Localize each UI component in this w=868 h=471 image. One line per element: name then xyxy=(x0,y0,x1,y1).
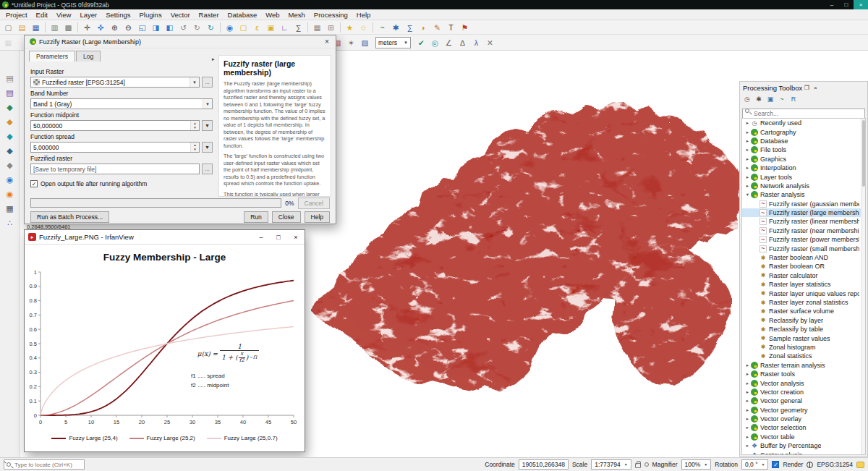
processing-toolbox-icon[interactable]: ✱ xyxy=(390,22,402,33)
pointcloud-layer-icon[interactable]: ∴ xyxy=(4,217,17,229)
toolbox-item-fuzzify-raster-power-membership[interactable]: ~Fuzzify raster (power membership) xyxy=(742,235,865,244)
toolbox-item-raster-boolean-or[interactable]: ✱Raster boolean OR xyxy=(742,262,865,271)
toolbox-item-raster-layer-unique-values-report[interactable]: ✱Raster layer unique values report xyxy=(742,289,865,297)
tree-chevron-icon[interactable]: ▸ xyxy=(744,443,751,449)
menu-item[interactable]: Project xyxy=(1,9,32,20)
statistical-summary-icon[interactable]: ∑ xyxy=(292,22,305,33)
tree-chevron-icon[interactable]: ▸ xyxy=(744,165,751,171)
tree-chevron-icon[interactable]: ▸ xyxy=(744,389,751,395)
toolbox-item-vector-analysis[interactable]: ▸Vector analysis xyxy=(742,378,865,387)
data-source-manager-icon[interactable]: ▤ xyxy=(4,87,17,99)
vertex-tool-icon[interactable]: ✕ xyxy=(484,37,496,48)
deselect-features-icon[interactable]: ▣ xyxy=(265,22,277,33)
tree-chevron-icon[interactable]: ▸ xyxy=(744,130,751,135)
toolbox-item-raster-terrain-analysis[interactable]: ▸Raster terrain analysis xyxy=(742,361,865,370)
close-panel-icon[interactable]: × xyxy=(811,85,820,91)
menu-item[interactable]: Layer xyxy=(75,9,101,20)
layout-manager-icon[interactable]: ▩ xyxy=(62,22,75,33)
select-features-icon[interactable]: ▢ xyxy=(237,22,250,33)
toolbox-item-fuzzify-raster-large-membership[interactable]: ~Fuzzify raster (large membership) xyxy=(742,208,865,217)
close-button[interactable]: × xyxy=(854,0,868,9)
toolbox-item-raster-surface-volume[interactable]: ✱Raster surface volume xyxy=(742,307,865,315)
wfs-layer-icon[interactable]: ◉ xyxy=(4,188,17,200)
history-icon[interactable]: ◷ xyxy=(742,95,752,104)
current-edits-icon[interactable]: ▦ xyxy=(2,37,14,48)
browse-output-button[interactable]: … xyxy=(202,164,213,174)
menu-item[interactable]: Vector xyxy=(166,9,195,20)
toolbox-item-fuzzify-raster-gaussian-membership[interactable]: ~Fuzzify raster (gaussian membership) xyxy=(742,200,865,208)
messages-icon[interactable] xyxy=(856,462,864,468)
new-project-icon[interactable]: ▢ xyxy=(2,22,14,33)
tree-chevron-icon[interactable]: ▸ xyxy=(744,381,751,386)
models-icon[interactable]: ▣ xyxy=(765,95,775,104)
output-file-input[interactable]: [Save to temporary file] xyxy=(30,164,200,174)
magnifier-spinbox[interactable]: 100%▼ xyxy=(681,459,712,470)
zoom-last-icon[interactable]: ↺ xyxy=(177,22,190,33)
tree-chevron-icon[interactable]: ▸ xyxy=(744,407,751,413)
show-statistics-icon[interactable]: ∑ xyxy=(404,22,416,33)
new-postgis-layer-icon[interactable]: ◆ xyxy=(4,145,17,157)
tree-chevron-icon[interactable]: ▸ xyxy=(744,434,751,440)
rotation-spinbox[interactable]: 0,0 °▼ xyxy=(741,459,769,470)
spinner-buttons[interactable]: ▲▼ xyxy=(190,121,199,130)
map-tips-icon[interactable]: ◗ xyxy=(417,22,430,33)
new-virtual-layer-icon[interactable]: ◆ xyxy=(4,159,17,171)
chevron-down-icon[interactable]: ▼ xyxy=(190,77,199,87)
toolbox-item-recently-used[interactable]: ▸◷Recently used xyxy=(742,119,865,127)
dialog-tab[interactable]: Parameters xyxy=(29,51,75,61)
new-spatialite-layer-icon[interactable]: ◆ xyxy=(4,130,17,143)
text-annotation-icon[interactable]: T xyxy=(445,22,457,33)
float-panel-icon[interactable]: ❐ xyxy=(802,85,811,91)
python-console-icon[interactable]: ~ xyxy=(376,22,388,33)
coordinate-input[interactable]: 190510,266348 xyxy=(519,459,569,470)
spread-spinbox[interactable]: 5,000000 ▲▼ xyxy=(30,142,200,153)
maximize-button[interactable]: □ xyxy=(839,0,854,9)
spinner-buttons[interactable]: ▲▼ xyxy=(190,143,199,152)
menu-item[interactable]: Processing xyxy=(310,9,352,20)
toolbox-item-raster-layer-statistics[interactable]: ✱Raster layer statistics xyxy=(742,280,865,289)
crs-icon[interactable] xyxy=(807,462,813,468)
cancel-button[interactable]: Cancel xyxy=(298,198,330,209)
band-combo[interactable]: Band 1 (Gray) ▼ xyxy=(30,98,213,109)
crs-value[interactable]: EPSG:31254 xyxy=(817,461,853,468)
toolbox-item-vector-overlay[interactable]: ▸Vector overlay xyxy=(742,415,865,423)
check-geometries-icon[interactable]: ✔ xyxy=(415,37,427,48)
azimuth-icon[interactable]: ∆ xyxy=(456,37,469,48)
dialog-tab[interactable]: Log xyxy=(76,51,101,61)
identify-features-icon[interactable]: ◉ xyxy=(224,22,236,33)
menu-item[interactable]: Edit xyxy=(32,9,52,20)
zoom-in-icon[interactable]: ⊕ xyxy=(109,22,121,33)
midpoint-spinbox[interactable]: 50,000000 ▲▼ xyxy=(30,120,200,131)
toolbox-item-fuzzify-raster-small-membership[interactable]: ~Fuzzify raster (small membership) xyxy=(742,244,865,253)
menu-item[interactable]: Raster xyxy=(195,9,224,20)
menu-item[interactable]: Web xyxy=(261,9,284,20)
toolbox-item-reclassify-by-layer[interactable]: ✱Reclassify by layer xyxy=(742,316,865,325)
xyz-tiles-icon[interactable]: ▦ xyxy=(4,203,17,215)
spread-options-button[interactable]: ▼ xyxy=(202,142,213,153)
style-manager-icon[interactable]: ▤ xyxy=(4,72,17,85)
toolbox-item-raster-layer-zonal-statistics[interactable]: ✱Raster layer zonal statistics xyxy=(742,298,865,307)
lock-scale-icon[interactable] xyxy=(635,463,641,468)
toolbox-item-raster-tools[interactable]: ▸Raster tools xyxy=(742,370,865,378)
collapse-help-icon[interactable]: ▸ xyxy=(212,56,215,62)
wrench-icon[interactable]: ✱ xyxy=(754,95,764,104)
toolbox-item-database[interactable]: ▸Database xyxy=(742,137,865,145)
toolbox-item-layer-tools[interactable]: ▸Layer tools xyxy=(742,172,865,181)
toolbox-item-interpolation[interactable]: ▸Interpolation xyxy=(742,164,865,172)
toolbox-item-reclassify-by-table[interactable]: ✱Reclassify by table xyxy=(742,325,865,334)
help-button[interactable]: Help xyxy=(305,211,330,223)
new-print-layout-icon[interactable]: ▥ xyxy=(48,22,61,33)
wms-layer-icon[interactable]: ◉ xyxy=(4,174,17,186)
pan-to-selection-icon[interactable]: ✜ xyxy=(95,22,107,33)
toolbox-item-graphics[interactable]: ▸Graphics xyxy=(742,155,865,164)
maximize-button[interactable]: □ xyxy=(270,230,287,245)
debugging-tools-icon[interactable]: ✶ xyxy=(345,37,357,48)
toolbox-item-network-analysis[interactable]: ▸Network analysis xyxy=(742,182,865,190)
toolbox-item-contour-plugin[interactable]: ▸❖Contour plugin xyxy=(742,450,865,455)
toolbox-item-raster-analysis[interactable]: ▾Raster analysis xyxy=(742,190,865,199)
zoom-to-layer-icon[interactable]: ◧ xyxy=(163,22,176,33)
python-scripts-icon[interactable]: ~ xyxy=(777,95,787,104)
toolbox-item-fuzzify-raster-near-membership[interactable]: ~Fuzzify raster (near membership) xyxy=(742,226,865,235)
refresh-map-icon[interactable]: ↻ xyxy=(205,22,217,33)
toolbox-item-file-tools[interactable]: ▸File tools xyxy=(742,145,865,154)
